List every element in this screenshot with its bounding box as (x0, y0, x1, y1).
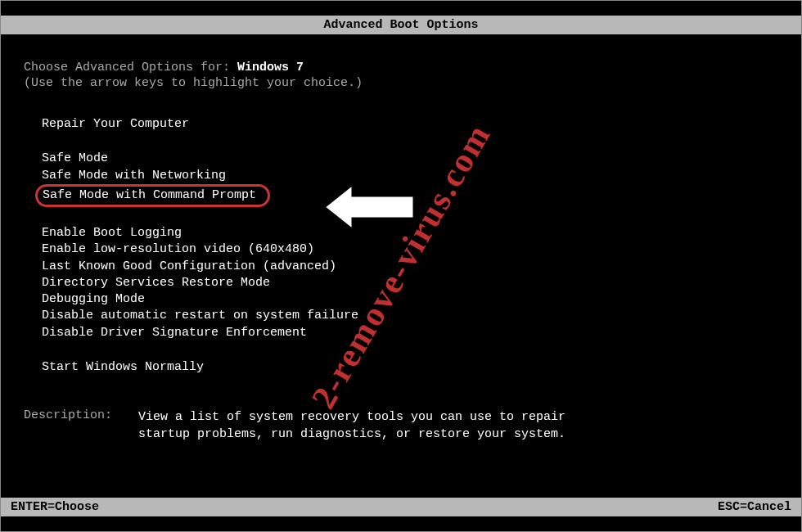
menu-group-safemode: Safe Mode Safe Mode with Networking Safe… (42, 151, 778, 207)
menu-item-repair[interactable]: Repair Your Computer (42, 116, 778, 133)
description-label: Description: (24, 408, 138, 443)
boot-menu[interactable]: Repair Your Computer Safe Mode Safe Mode… (24, 116, 778, 376)
hint-line: (Use the arrow keys to highlight your ch… (24, 76, 778, 90)
description-line1: View a list of system recovery tools you… (138, 408, 565, 426)
title-bar: Advanced Boot Options (1, 16, 801, 34)
menu-item-disable-driver-sig[interactable]: Disable Driver Signature Enforcement (42, 325, 778, 341)
footer-enter: ENTER=Choose (11, 500, 99, 514)
menu-item-low-res[interactable]: Enable low-resolution video (640x480) (42, 241, 778, 258)
description-text: View a list of system recovery tools you… (138, 408, 565, 443)
menu-group-repair: Repair Your Computer (42, 116, 778, 133)
menu-item-boot-logging[interactable]: Enable Boot Logging (42, 225, 778, 241)
menu-item-safe-mode-cmd[interactable]: Safe Mode with Command Prompt (42, 184, 778, 207)
menu-item-last-known-good[interactable]: Last Known Good Configuration (advanced) (42, 259, 778, 275)
menu-item-start-normal[interactable]: Start Windows Normally (42, 359, 778, 376)
footer-esc: ESC=Cancel (718, 500, 791, 514)
description-area: Description: View a list of system recov… (24, 408, 778, 443)
menu-item-disable-auto-restart[interactable]: Disable automatic restart on system fail… (42, 308, 778, 324)
description-line2: startup problems, run diagnostics, or re… (138, 426, 565, 443)
window-title: Advanced Boot Options (323, 18, 478, 32)
highlighted-option: Safe Mode with Command Prompt (35, 184, 270, 207)
menu-item-safe-mode[interactable]: Safe Mode (42, 151, 778, 167)
menu-group-advanced: Enable Boot Logging Enable low-resolutio… (42, 225, 778, 341)
os-name: Windows 7 (237, 61, 304, 74)
footer-bar: ENTER=Choose ESC=Cancel (1, 498, 801, 516)
content-area: Choose Advanced Options for: Windows 7 (… (1, 61, 801, 443)
menu-item-debugging[interactable]: Debugging Mode (42, 291, 778, 308)
menu-item-ds-restore[interactable]: Directory Services Restore Mode (42, 275, 778, 291)
header-line: Choose Advanced Options for: Windows 7 (24, 61, 778, 74)
menu-group-normal: Start Windows Normally (42, 359, 778, 376)
header-prefix: Choose Advanced Options for: (24, 61, 237, 74)
menu-item-safe-mode-networking[interactable]: Safe Mode with Networking (42, 168, 778, 184)
